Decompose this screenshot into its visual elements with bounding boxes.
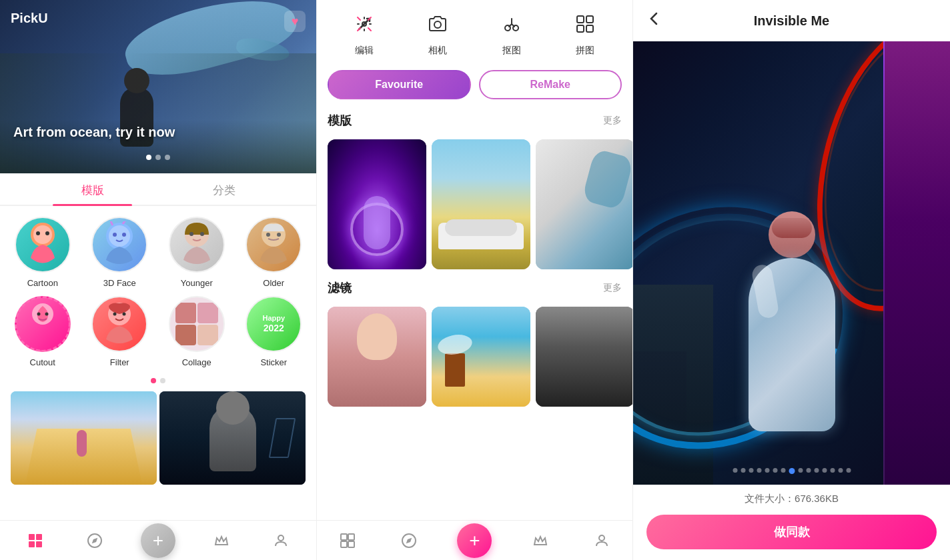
svg-point-5 [109, 225, 130, 247]
feature-sticker[interactable]: Happy 2022 Sticker [240, 296, 309, 367]
filter-label: Filter [110, 357, 129, 367]
hero-text: Art from ocean, try it now [13, 125, 175, 140]
mid-nav-explore[interactable] [396, 527, 422, 554]
favourite-btn[interactable]: Favourite [328, 70, 471, 99]
svg-rect-39 [348, 534, 354, 540]
nav-profile[interactable] [268, 527, 294, 554]
filter-grid: Beauty Travel Trend [317, 301, 632, 412]
edit-icon [354, 13, 375, 39]
tool-bar: 编辑 相机 抠图 [317, 0, 632, 62]
template-card-vintage[interactable] [432, 139, 530, 269]
feature-cutout[interactable]: Cutout [8, 296, 77, 367]
svg-rect-23 [36, 541, 42, 547]
feature-filter[interactable]: Filter [85, 296, 155, 367]
tool-camera[interactable]: 相机 [427, 13, 448, 57]
collage-label: Collage [182, 357, 211, 367]
left-panel: PickU ♥ Art from ocean, try it now 模版 分类 [0, 0, 316, 560]
left-bottom-nav: + [0, 520, 316, 560]
nav-create[interactable]: + [141, 523, 175, 558]
younger-icon [170, 218, 223, 271]
older-label: Older [263, 278, 284, 288]
svg-rect-37 [586, 25, 593, 32]
svg-rect-40 [341, 541, 347, 547]
detail-footer: 文件大小：676.36KB 做同款 [633, 485, 950, 560]
older-avatar [246, 217, 302, 273]
svg-point-7 [122, 233, 126, 237]
feature-cartoon[interactable]: Cartoon [8, 217, 77, 288]
feature-collage[interactable]: Collage [162, 296, 231, 367]
templates-section-header: 模版 更多 [317, 107, 632, 134]
svg-point-26 [278, 535, 284, 541]
filter-trend[interactable]: Trend [536, 307, 632, 407]
svg-point-28 [434, 21, 441, 28]
svg-rect-34 [577, 16, 584, 23]
camera-icon [427, 13, 448, 39]
filter-beauty[interactable]: Beauty [328, 307, 426, 407]
cutout-avatar [15, 296, 71, 352]
cutout-label: Cutout [30, 357, 55, 367]
middle-bottom-nav: + [317, 520, 632, 560]
filter-avatar [91, 296, 147, 352]
collage-icon [574, 13, 596, 39]
templates-more[interactable]: 更多 [603, 115, 622, 127]
tab-templates[interactable]: 模版 [27, 173, 158, 205]
face3d-avatar [91, 217, 147, 273]
cutout-icon [17, 298, 69, 350]
tool-edit[interactable]: 编辑 [354, 13, 375, 57]
remake-btn[interactable]: ReMake [479, 70, 622, 99]
nav-explore[interactable] [81, 527, 108, 554]
nav-crown[interactable] [208, 527, 235, 554]
cartoon-icon [16, 218, 69, 271]
svg-point-6 [113, 233, 117, 237]
feature-younger[interactable]: Younger [162, 217, 231, 288]
toggle-btns: Favourite ReMake [317, 62, 632, 107]
mid-nav-crown[interactable] [527, 527, 554, 554]
face3d-icon [93, 218, 146, 271]
action-button[interactable]: 做同款 [646, 515, 937, 549]
feature-older[interactable]: Older [240, 217, 309, 288]
sticker-label: Sticker [260, 357, 287, 367]
svg-rect-22 [29, 541, 35, 547]
edit-label: 编辑 [355, 45, 374, 57]
gallery-thumb-darkman[interactable] [159, 391, 306, 485]
templates-title: 模版 [328, 113, 352, 129]
tool-cutout[interactable]: 抠图 [501, 13, 522, 57]
tab-categories[interactable]: 分类 [158, 173, 290, 205]
feature-3dface[interactable]: 3D Face [85, 217, 155, 288]
scissors-icon [501, 13, 522, 39]
collage-label: 拼图 [576, 45, 594, 57]
cutout-label: 抠图 [502, 45, 521, 57]
nav-home[interactable] [22, 527, 49, 554]
bottom-gallery [8, 391, 308, 485]
cartoon-avatar [15, 217, 71, 273]
heart-icon[interactable]: ♥ [284, 11, 306, 32]
svg-rect-36 [577, 25, 584, 32]
older-icon [247, 218, 300, 271]
mid-nav-home[interactable] [334, 527, 361, 554]
file-size: 文件大小：676.36KB [646, 493, 937, 505]
gallery-thumb-indian[interactable] [11, 391, 157, 485]
svg-point-13 [277, 233, 281, 237]
camera-label: 相机 [428, 45, 447, 57]
cartoon-label: Cartoon [27, 278, 58, 288]
back-button[interactable] [646, 11, 662, 31]
filter-travel[interactable]: Travel [432, 307, 530, 407]
filters-more[interactable]: 更多 [603, 282, 622, 294]
app-logo: PickU [11, 11, 48, 26]
svg-point-18 [113, 313, 117, 316]
detail-image-container [633, 41, 950, 485]
svg-rect-20 [29, 534, 35, 540]
filter-icon [93, 297, 146, 351]
filters-section-header: 滤镜 更多 [317, 275, 632, 301]
svg-rect-41 [348, 541, 354, 547]
svg-point-19 [123, 313, 126, 316]
tool-collage[interactable]: 拼图 [574, 13, 596, 57]
second-image-strip[interactable] [883, 41, 950, 485]
image-pagination-dots [733, 468, 851, 474]
mid-nav-create[interactable]: + [457, 523, 492, 558]
right-panel: Invisible Me [632, 0, 950, 560]
hero-dots [146, 155, 170, 160]
mid-nav-profile[interactable] [588, 527, 615, 554]
template-card-splash[interactable] [536, 139, 632, 269]
template-card-purple[interactable] [328, 139, 426, 269]
